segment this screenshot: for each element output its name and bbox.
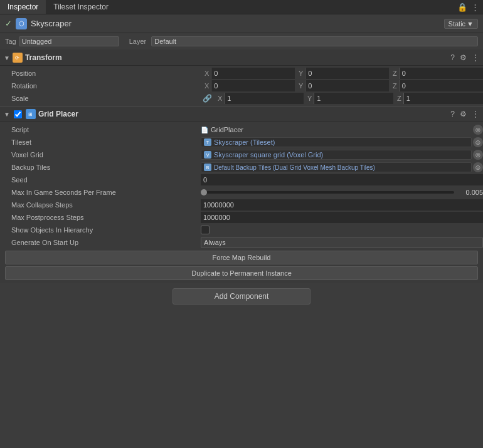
scale-value: 🔗 X Y Z [201, 93, 483, 104]
tag-label: Tag [5, 38, 16, 45]
script-file-icon: 📄 [201, 127, 208, 133]
tileset-row: Tileset T Skyscraper (Tileset) ◎ [0, 136, 483, 148]
tileset-label: Tileset [0, 138, 201, 146]
menu-icon[interactable]: ⋮ [471, 3, 479, 12]
backup-asset-icon: B [204, 164, 211, 171]
slider-value: 0.005 [458, 189, 483, 196]
transform-icon: ⟳ [13, 53, 23, 63]
object-icon: ⬡ [16, 18, 27, 29]
layer-select[interactable]: Default [151, 36, 478, 46]
voxel-grid-row: Voxel Grid V Skyscraper square grid (Vox… [0, 148, 483, 161]
transform-props: Position X Y Z Rotation X Y [0, 66, 483, 106]
voxel-grid-asset-ref: V Skyscraper square grid (Voxel Grid) [201, 150, 472, 160]
transform-menu-icon[interactable]: ⋮ [472, 53, 479, 62]
pos-z-label: Z [389, 70, 399, 77]
generate-row: Generate On Start Up Always Never If Emp… [0, 236, 483, 249]
generate-label: Generate On Start Up [0, 239, 201, 246]
max-postprocess-value [201, 212, 483, 223]
generate-dropdown[interactable]: Always Never If Empty [201, 237, 483, 248]
grid-help-icon[interactable]: ? [450, 110, 455, 118]
scale-x-label: X [214, 95, 224, 102]
generate-value: Always Never If Empty [201, 237, 483, 248]
grid-placer-title: Grid Placer [38, 110, 448, 118]
rot-x-input[interactable] [211, 80, 295, 91]
rot-y-input[interactable] [305, 80, 389, 91]
rotation-row: Rotation X Y Z [0, 80, 483, 92]
tab-bar: Inspector Tileset Inspector 🔒 ⋮ [0, 0, 483, 14]
seed-value [201, 174, 483, 185]
tileset-value: T Skyscraper (Tileset) ◎ [201, 137, 483, 147]
rot-x-label: X [201, 82, 211, 90]
position-label: Position [0, 70, 201, 77]
backup-tiles-target-btn[interactable]: ◎ [473, 162, 483, 172]
backup-tiles-row: Backup Tiles B Default Backup Tiles (Dua… [0, 161, 483, 174]
max-collapse-value [201, 199, 483, 211]
active-checkbox[interactable]: ✓ [5, 19, 12, 28]
max-in-game-value: 0.005 [201, 189, 483, 196]
voxel-grid-label: Voxel Grid [0, 151, 201, 159]
grid-menu-icon[interactable]: ⋮ [472, 110, 479, 118]
transform-settings-icon[interactable]: ⚙ [460, 53, 467, 62]
pos-x-input[interactable] [211, 68, 295, 79]
scale-label: Scale [0, 95, 201, 102]
rotation-value: X Y Z [201, 80, 483, 91]
rot-y-label: Y [295, 82, 305, 90]
scale-z-input[interactable] [403, 93, 483, 104]
script-target-btn[interactable]: ◎ [473, 125, 483, 135]
dropdown-arrow-icon: ▼ [467, 20, 474, 28]
grid-settings-icon[interactable]: ⚙ [460, 110, 467, 118]
pos-x-label: X [201, 70, 211, 77]
pos-y-label: Y [295, 70, 305, 77]
script-row: Script 📄 GridPlacer ◎ [0, 123, 483, 136]
add-component-button[interactable]: Add Component [172, 288, 310, 305]
rot-z-input[interactable] [399, 80, 483, 91]
seed-input[interactable] [201, 174, 483, 185]
voxel-asset-icon: V [204, 151, 211, 159]
grid-placer-enabled-checkbox[interactable] [14, 110, 22, 118]
max-collapse-input[interactable] [201, 199, 483, 211]
rotation-label: Rotation [0, 82, 201, 90]
static-dropdown[interactable]: Static ▼ [444, 19, 478, 29]
scale-row: Scale 🔗 X Y Z [0, 92, 483, 105]
duplicate-permanent-button[interactable]: Duplicate to Permanent Instance [5, 266, 478, 280]
tab-inspector[interactable]: Inspector [0, 0, 46, 14]
scale-y-label: Y [304, 95, 314, 102]
backup-tiles-value: B Default Backup Tiles (Dual Grid Voxel … [201, 162, 483, 172]
max-collapse-label: Max Collapse Steps [0, 201, 201, 209]
grid-placer-section-header[interactable]: ▼ ⊞ Grid Placer ? ⚙ ⋮ [0, 106, 483, 122]
tileset-target-btn[interactable]: ◎ [473, 137, 483, 147]
tileset-asset-ref: T Skyscraper (Tileset) [201, 137, 472, 147]
add-component-area: Add Component [0, 288, 483, 305]
pos-z-input[interactable] [399, 68, 483, 79]
transform-section-header[interactable]: ▼ ⟳ Transform ? ⚙ ⋮ [0, 49, 483, 66]
transform-expand-icon: ▼ [4, 55, 10, 61]
tag-select[interactable]: Untagged [19, 36, 119, 46]
slider-thumb[interactable] [201, 189, 207, 195]
scale-lock-icon[interactable]: 🔗 [201, 94, 214, 103]
transform-help-icon[interactable]: ? [450, 53, 455, 62]
grid-expand-icon: ▼ [4, 111, 10, 118]
show-objects-label: Show Objects In Hierarchy [0, 226, 201, 234]
lock-icon[interactable]: 🔒 [457, 3, 467, 12]
tag-layer-row: Tag Untagged Layer Default [0, 33, 483, 49]
show-objects-row: Show Objects In Hierarchy [0, 224, 483, 236]
scale-y-input[interactable] [314, 93, 393, 104]
force-map-rebuild-button[interactable]: Force Map Rebuild [5, 251, 478, 264]
show-objects-checkbox[interactable] [201, 226, 210, 234]
max-postprocess-label: Max Postprocess Steps [0, 214, 201, 221]
max-postprocess-input[interactable] [201, 212, 483, 223]
tileset-asset-icon: T [204, 138, 211, 146]
pos-y-input[interactable] [305, 68, 389, 79]
object-name: Skyscraper [31, 19, 440, 28]
tab-tileset-inspector[interactable]: Tileset Inspector [46, 0, 116, 14]
layer-label: Layer [129, 38, 147, 45]
voxel-grid-target-btn[interactable]: ◎ [473, 150, 483, 160]
seed-row: Seed [0, 174, 483, 186]
rot-z-label: Z [389, 82, 399, 90]
scale-z-label: Z [393, 95, 403, 102]
grid-placer-header-icons: ? ⚙ ⋮ [450, 110, 479, 118]
scale-x-input[interactable] [224, 93, 304, 104]
tab-bar-icons: 🔒 ⋮ [457, 3, 483, 12]
slider-track[interactable] [201, 191, 454, 194]
script-label: Script [0, 126, 201, 133]
